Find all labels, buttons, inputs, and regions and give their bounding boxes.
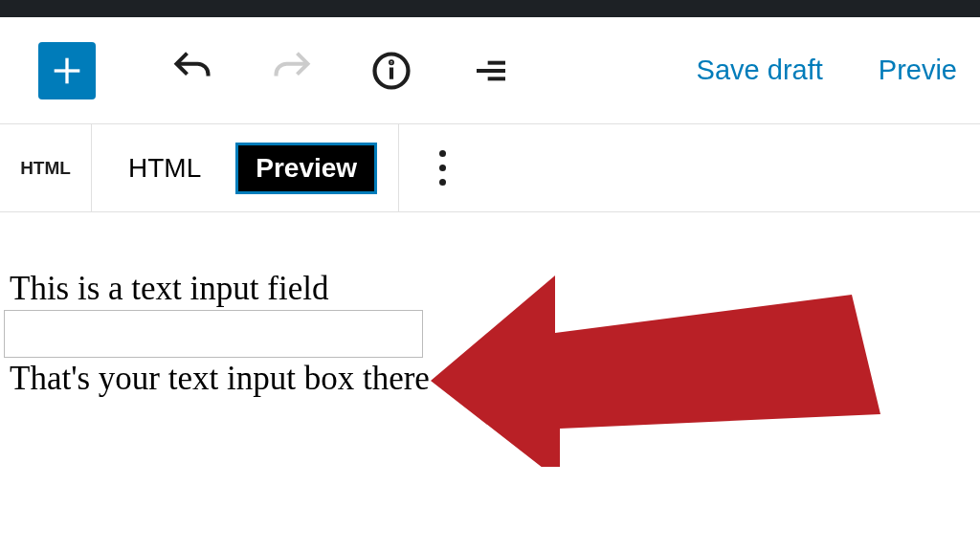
block-mode-tabs: HTML Preview [92, 124, 399, 211]
block-content: This is a text input field That's your t… [0, 212, 980, 398]
outline-icon [472, 52, 510, 90]
preview-button[interactable]: Previe [879, 55, 957, 86]
outline-button[interactable] [461, 41, 521, 100]
undo-icon [171, 50, 213, 92]
block-more-button[interactable] [399, 124, 485, 211]
block-toolbar: HTML HTML Preview [0, 124, 980, 212]
redo-button[interactable] [262, 41, 322, 100]
svg-marker-8 [431, 276, 880, 467]
add-block-button[interactable] [38, 42, 96, 99]
tab-preview[interactable]: Preview [235, 143, 377, 194]
block-type-indicator[interactable]: HTML [0, 124, 92, 211]
tab-html[interactable]: HTML [113, 143, 216, 193]
annotation-arrow [431, 237, 880, 467]
info-icon [371, 51, 412, 91]
undo-button[interactable] [163, 41, 222, 100]
text-input-field[interactable] [4, 310, 423, 358]
info-button[interactable] [362, 41, 421, 100]
svg-point-4 [390, 61, 392, 63]
save-draft-button[interactable]: Save draft [697, 55, 823, 86]
editor-toolbar: Save draft Previe [0, 17, 980, 124]
plus-icon [48, 52, 86, 90]
window-topbar [0, 0, 980, 17]
redo-icon [271, 50, 313, 92]
more-icon [439, 150, 446, 186]
